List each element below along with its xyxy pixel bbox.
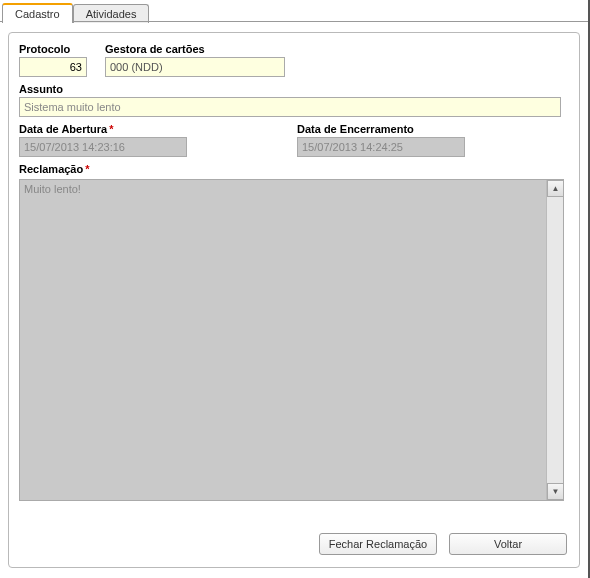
required-marker: * bbox=[85, 163, 89, 175]
label-data-abertura: Data de Abertura* bbox=[19, 123, 279, 135]
input-data-encerramento bbox=[297, 137, 465, 157]
input-assunto[interactable] bbox=[19, 97, 561, 117]
label-reclamacao: Reclamação* bbox=[19, 163, 569, 175]
input-gestora[interactable] bbox=[105, 57, 285, 77]
label-protocolo: Protocolo bbox=[19, 43, 87, 55]
scrollbar[interactable]: ▲ ▼ bbox=[546, 180, 563, 500]
label-gestora: Gestora de cartões bbox=[105, 43, 285, 55]
tab-cadastro[interactable]: Cadastro bbox=[2, 3, 73, 23]
form-panel: Protocolo Gestora de cartões Assunto Dat… bbox=[8, 32, 580, 568]
fechar-reclamacao-button[interactable]: Fechar Reclamação bbox=[319, 533, 437, 555]
required-marker: * bbox=[109, 123, 113, 135]
label-assunto: Assunto bbox=[19, 83, 569, 95]
tab-underline bbox=[0, 21, 588, 22]
label-data-encerramento: Data de Encerramento bbox=[297, 123, 465, 135]
input-data-abertura bbox=[19, 137, 187, 157]
textarea-reclamacao[interactable] bbox=[20, 180, 545, 498]
button-row: Fechar Reclamação Voltar bbox=[319, 533, 567, 555]
scroll-down-icon[interactable]: ▼ bbox=[547, 483, 564, 500]
scroll-up-icon[interactable]: ▲ bbox=[547, 180, 564, 197]
textarea-wrap: ▲ ▼ bbox=[19, 179, 564, 501]
input-protocolo[interactable] bbox=[19, 57, 87, 77]
tab-bar: Cadastro Atividades bbox=[0, 0, 588, 22]
voltar-button[interactable]: Voltar bbox=[449, 533, 567, 555]
